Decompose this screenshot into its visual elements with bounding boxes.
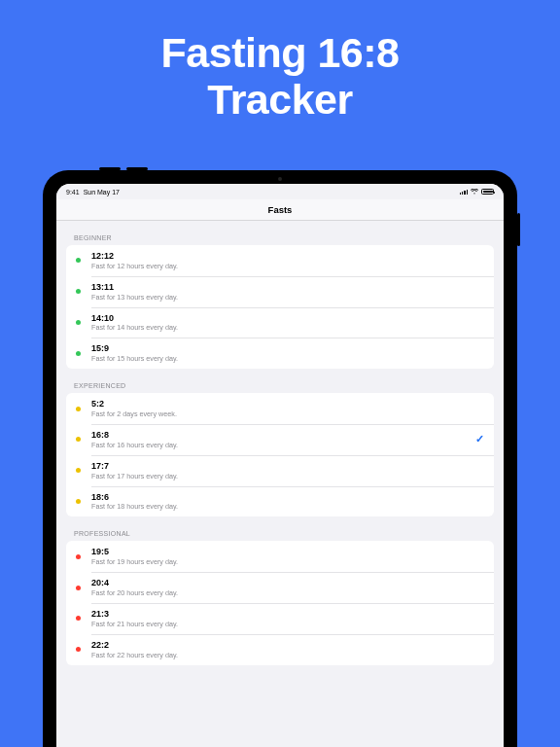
section-header-professional: PROFESSIONAL [66,516,494,541]
fast-subtitle: Fast for 13 hours every day. [91,293,484,302]
power-button [517,213,520,246]
checkmark-icon: ✓ [475,433,484,445]
fast-title: 19:5 [91,547,484,557]
difficulty-dot-icon [76,320,81,325]
section-beginner: 12:12 Fast for 12 hours every day. 13:11… [66,245,494,369]
section-professional: 19:5 Fast for 19 hours every day. 20:4 F… [66,541,494,664]
fast-subtitle: Fast for 22 hours every day. [91,651,484,659]
fast-title: 18:6 [91,492,484,503]
difficulty-dot-icon [76,437,81,442]
fast-subtitle: Fast for 21 hours every day. [91,620,484,628]
fast-title: 13:11 [91,282,484,293]
list-item[interactable]: 15:9 Fast for 15 hours every day. [66,338,494,369]
list-item[interactable]: 16:8 Fast for 16 hours every day. ✓ [66,424,494,455]
difficulty-dot-icon [76,407,81,411]
list-item[interactable]: 5:2 Fast for 2 days every week. [66,393,494,424]
wifi-icon [471,189,478,195]
difficulty-dot-icon [76,289,81,294]
difficulty-dot-icon [76,586,81,590]
fast-title: 17:7 [91,461,484,472]
nav-bar: Fasts [56,199,504,221]
battery-icon [481,189,494,195]
volume-down-button [126,167,148,170]
content-area: BEGINNER 12:12 Fast for 12 hours every d… [56,221,504,665]
promo-title: Fasting 16:8 Tracker [0,0,560,123]
status-date: Sun May 17 [84,189,120,196]
screen: 9:41 Sun May 17 Fasts BEGINNER 1 [56,184,504,747]
promo-line2: Tracker [207,76,353,123]
status-time: 9:41 [66,189,80,196]
fast-subtitle: Fast for 15 hours every day. [91,354,484,363]
camera-dot [278,177,282,181]
fast-title: 22:2 [91,640,484,651]
difficulty-dot-icon [76,468,81,473]
list-item[interactable]: 20:4 Fast for 20 hours every day. [66,572,494,603]
promo-line1: Fasting 16:8 [161,29,400,76]
list-item[interactable]: 13:11 Fast for 13 hours every day. [66,276,494,307]
fast-subtitle: Fast for 17 hours every day. [91,472,484,480]
tablet-frame: 9:41 Sun May 17 Fasts BEGINNER 1 [43,170,517,747]
section-experienced: 5:2 Fast for 2 days every week. 16:8 Fas… [66,393,494,516]
fast-subtitle: Fast for 20 hours every day. [91,588,484,597]
section-header-experienced: EXPERIENCED [66,369,494,393]
difficulty-dot-icon [76,258,81,263]
fast-subtitle: Fast for 16 hours every day. [91,441,470,449]
list-item[interactable]: 12:12 Fast for 12 hours every day. [66,245,494,276]
fast-title: 5:2 [91,399,484,409]
difficulty-dot-icon [76,554,81,559]
fast-subtitle: Fast for 2 days every week. [91,409,484,418]
list-item[interactable]: 22:2 Fast for 22 hours every day. [66,634,494,665]
signal-icon [460,190,468,195]
list-item[interactable]: 21:3 Fast for 21 hours every day. [66,603,494,634]
difficulty-dot-icon [76,499,81,504]
fast-title: 14:10 [91,313,484,324]
difficulty-dot-icon [76,351,81,356]
page-title: Fasts [268,204,293,215]
fast-title: 21:3 [91,609,484,620]
fast-title: 20:4 [91,578,484,588]
volume-up-button [99,167,121,170]
fast-title: 16:8 [91,430,470,441]
list-item[interactable]: 17:7 Fast for 17 hours every day. [66,455,494,486]
status-bar: 9:41 Sun May 17 [56,184,504,199]
fast-subtitle: Fast for 18 hours every day. [91,502,484,511]
fast-subtitle: Fast for 14 hours every day. [91,323,484,332]
fast-title: 12:12 [91,251,484,262]
difficulty-dot-icon [76,616,81,621]
fast-subtitle: Fast for 19 hours every day. [91,557,484,566]
fast-subtitle: Fast for 12 hours every day. [91,262,484,270]
section-header-beginner: BEGINNER [66,221,494,245]
list-item[interactable]: 14:10 Fast for 14 hours every day. [66,307,494,338]
difficulty-dot-icon [76,647,81,652]
list-item[interactable]: 18:6 Fast for 18 hours every day. [66,486,494,517]
fast-title: 15:9 [91,343,484,354]
list-item[interactable]: 19:5 Fast for 19 hours every day. [66,541,494,572]
